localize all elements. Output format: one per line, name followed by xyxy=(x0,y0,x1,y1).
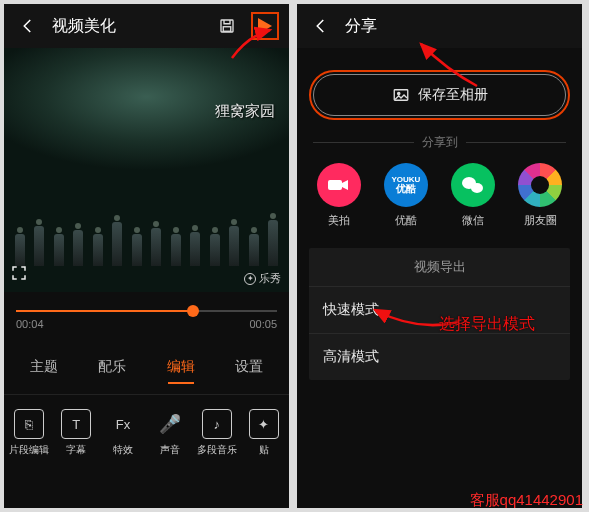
clip-icon: ⎘ xyxy=(14,409,44,439)
phone-editor: 视频美化 狸窝家园 ✦乐秀 xyxy=(4,4,289,508)
header-bar: 分享 xyxy=(297,4,582,48)
sticker-icon: ✦ xyxy=(249,409,279,439)
share-targets: 美拍 YOUKU 优酷 优酷 微信 朋友圈 xyxy=(297,157,582,238)
fx-icon: Fx xyxy=(108,409,138,439)
tool-multitrack[interactable]: ♪多段音乐 xyxy=(194,409,240,457)
playhead[interactable] xyxy=(187,305,199,317)
phone-share: 分享 保存至相册 分享到 美拍 YOUKU 优酷 优酷 xyxy=(297,4,582,508)
tab-bar: 主题 配乐 编辑 设置 xyxy=(4,336,289,394)
send-icon xyxy=(258,18,272,34)
export-panel: 视频导出 快速模式 高清模式 xyxy=(309,248,570,380)
svg-rect-1 xyxy=(223,27,231,32)
export-title: 视频导出 xyxy=(309,248,570,287)
support-contact: 客服qq41442901 xyxy=(470,491,583,510)
video-watermark: 狸窝家园 xyxy=(215,102,275,121)
mic-icon: 🎤 xyxy=(155,409,185,439)
tool-fx[interactable]: Fx特效 xyxy=(100,409,146,457)
page-title: 视频美化 xyxy=(52,16,116,37)
share-meipai[interactable]: 美拍 xyxy=(317,163,361,228)
time-end: 00:05 xyxy=(249,318,277,330)
tab-music[interactable]: 配乐 xyxy=(94,354,130,384)
wechat-icon xyxy=(451,163,495,207)
fullscreen-icon[interactable] xyxy=(10,264,28,286)
share-divider: 分享到 xyxy=(297,126,582,157)
share-youku[interactable]: YOUKU 优酷 优酷 xyxy=(384,163,428,228)
save-to-album-button[interactable]: 保存至相册 xyxy=(313,74,566,116)
back-icon[interactable] xyxy=(14,12,42,40)
svg-rect-4 xyxy=(328,180,342,190)
tool-clip[interactable]: ⎘片段编辑 xyxy=(6,409,52,457)
tool-sticker[interactable]: ✦贴 xyxy=(241,409,287,457)
tab-edit[interactable]: 编辑 xyxy=(163,354,199,384)
tool-audio[interactable]: 🎤声音 xyxy=(147,409,193,457)
tab-theme[interactable]: 主题 xyxy=(26,354,62,384)
save-draft-icon[interactable] xyxy=(213,12,241,40)
svg-point-3 xyxy=(397,92,399,94)
send-button[interactable] xyxy=(251,12,279,40)
export-fast[interactable]: 快速模式 xyxy=(309,287,570,334)
meipai-icon xyxy=(317,163,361,207)
timeline-track[interactable] xyxy=(16,310,277,312)
timeline[interactable]: 00:04 00:05 xyxy=(4,292,289,336)
export-hd[interactable]: 高清模式 xyxy=(309,334,570,380)
multitrack-icon: ♪ xyxy=(202,409,232,439)
video-scene xyxy=(4,196,289,266)
image-icon xyxy=(392,86,410,104)
back-icon[interactable] xyxy=(307,12,335,40)
share-moments[interactable]: 朋友圈 xyxy=(518,163,562,228)
subtitle-icon: T xyxy=(61,409,91,439)
header-bar: 视频美化 xyxy=(4,4,289,48)
tab-settings[interactable]: 设置 xyxy=(231,354,267,384)
app-brand: ✦乐秀 xyxy=(244,271,281,286)
time-start: 00:04 xyxy=(16,318,44,330)
page-title: 分享 xyxy=(345,16,377,37)
moments-icon xyxy=(518,163,562,207)
svg-point-6 xyxy=(471,183,483,193)
share-wechat[interactable]: 微信 xyxy=(451,163,495,228)
tool-subtitle[interactable]: T字幕 xyxy=(53,409,99,457)
youku-icon: YOUKU 优酷 xyxy=(384,163,428,207)
video-preview[interactable]: 狸窝家园 ✦乐秀 xyxy=(4,48,289,292)
tool-bar: ⎘片段编辑 T字幕 Fx特效 🎤声音 ♪多段音乐 ✦贴 xyxy=(4,394,289,467)
